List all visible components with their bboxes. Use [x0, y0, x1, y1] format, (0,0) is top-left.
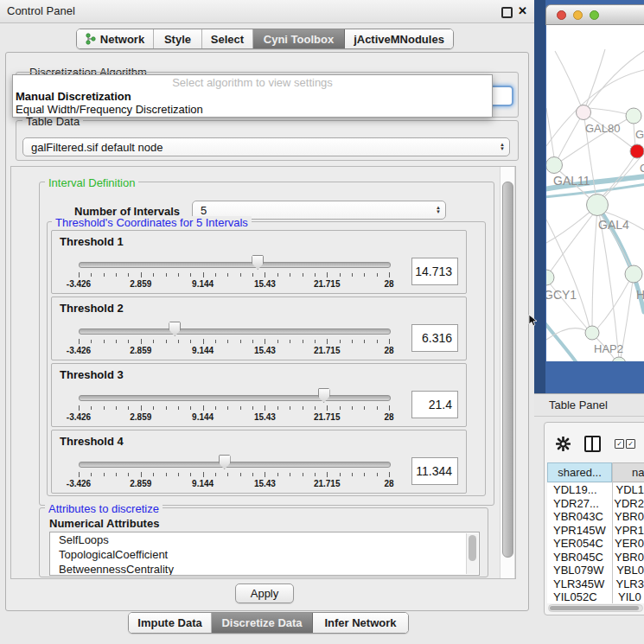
- table-cell-shared-name[interactable]: YDL19...: [547, 483, 609, 497]
- table-cell-name[interactable]: YDR2: [608, 497, 644, 511]
- slider-minor-tick: [104, 273, 105, 277]
- slider-major-tick: [327, 405, 328, 411]
- tab-label: Select: [211, 33, 244, 46]
- network-node-gcy1[interactable]: [546, 270, 554, 285]
- list-scrollbar-thumb[interactable]: [469, 535, 476, 561]
- tab-discretize-data[interactable]: Discretize Data: [212, 613, 313, 633]
- screen: Control Panel ✕ NetworkStyleSelectCyni T…: [0, 0, 644, 644]
- network-edge[interactable]: [557, 112, 583, 161]
- table-cell-shared-name[interactable]: YBR045C: [547, 551, 609, 564]
- threshold-box-2: Threshold 2-3.4262.8599.14415.4321.71528…: [51, 296, 467, 360]
- slider-minor-tick: [215, 273, 216, 277]
- table-cell-shared-name[interactable]: YER054C: [547, 537, 609, 551]
- list-item-selfloops[interactable]: SelfLoops: [50, 532, 479, 547]
- slider-minor-tick: [227, 340, 228, 343]
- network-edge[interactable]: [583, 49, 605, 112]
- table-cell-shared-name[interactable]: YLR345W: [547, 577, 609, 591]
- dropdown-item-manual-discretization[interactable]: Manual Discretization: [13, 90, 492, 103]
- table-header-name[interactable]: na: [613, 462, 644, 482]
- list-item-topologicalcoefficient[interactable]: TopologicalCoefficient: [50, 547, 479, 562]
- table-cell-name[interactable]: YDL1: [609, 483, 644, 497]
- table-hscrollbar-thumb[interactable]: [550, 606, 639, 610]
- table-cell-shared-name[interactable]: YDR27...: [547, 497, 608, 511]
- table-data-combobox[interactable]: galFiltered.sif default node ▲▼: [22, 137, 510, 156]
- float-window-icon[interactable]: [501, 7, 513, 18]
- tab-impute-data[interactable]: Impute Data: [129, 613, 212, 633]
- network-node-selected-red-node[interactable]: [630, 144, 644, 158]
- column-separator[interactable]: [612, 462, 613, 603]
- slider-track[interactable]: [79, 328, 391, 335]
- network-node-gal11[interactable]: [546, 157, 563, 174]
- table-cell-name[interactable]: YBR0: [609, 551, 644, 564]
- close-icon[interactable]: ✕: [518, 4, 527, 17]
- slider-minor-tick: [178, 406, 179, 410]
- table-cell-name[interactable]: YBL0: [610, 564, 644, 577]
- slider-track[interactable]: [79, 262, 391, 268]
- table-header-shared-name[interactable]: shared...: [547, 462, 612, 482]
- scrollpane-scrollbar-thumb[interactable]: [502, 182, 513, 558]
- tab-jactivemnodules[interactable]: jActiveMNodules: [345, 29, 453, 48]
- table-cell-name[interactable]: YER0: [609, 537, 644, 551]
- network-edge[interactable]: [546, 108, 554, 157]
- table-cell-shared-name[interactable]: YPR145W: [547, 524, 609, 538]
- gear-icon[interactable]: [556, 437, 571, 451]
- network-window-titlebar[interactable]: [545, 4, 644, 25]
- table-row[interactable]: YBR045CYBR0: [547, 551, 644, 564]
- network-edge[interactable]: [592, 210, 597, 328]
- network-node-gal80[interactable]: [577, 105, 591, 120]
- slider-track[interactable]: [79, 462, 391, 468]
- network-node-gal4[interactable]: [587, 194, 609, 216]
- dropdown-item-equal-width-frequency[interactable]: Equal Width/Frequency Discretization: [13, 103, 492, 116]
- table-cell-shared-name[interactable]: YBL079W: [547, 564, 610, 577]
- tab-select[interactable]: Select: [202, 29, 253, 48]
- numerical-attributes-list[interactable]: SelfLoopsTopologicalCoefficientBetweenne…: [49, 532, 480, 576]
- tab-infer-network[interactable]: Infer Network: [313, 613, 408, 633]
- table-cell-name[interactable]: YBR0: [609, 510, 644, 524]
- apply-button[interactable]: Apply: [235, 583, 294, 603]
- network-node-gal-top-right[interactable]: [626, 108, 641, 124]
- slider-tick-label: 28: [384, 479, 393, 488]
- threshold-value-field[interactable]: 11.344: [411, 457, 458, 485]
- threshold-value-field[interactable]: 6.316: [411, 324, 458, 352]
- network-edge[interactable]: [589, 108, 628, 114]
- zoom-traffic-light[interactable]: [590, 10, 599, 20]
- threshold-value-field[interactable]: 21.4: [411, 391, 458, 418]
- close-traffic-light[interactable]: [557, 10, 566, 20]
- table-cell-shared-name[interactable]: YBR043C: [547, 510, 609, 524]
- network-edge[interactable]: [555, 51, 583, 112]
- table-cell-name[interactable]: YLR3: [609, 577, 644, 591]
- table-row[interactable]: YPR145WYPR1: [547, 524, 644, 538]
- column-visibility-icon[interactable]: [584, 436, 601, 452]
- slider-tick-label: 2.859: [130, 412, 151, 422]
- network-view-canvas[interactable]: GAL80GACGAL11GAL4GCY1HHAP2: [546, 25, 644, 361]
- tab-cyni-toolbox[interactable]: Cyni Toolbox: [253, 29, 345, 48]
- slider-major-tick: [265, 272, 265, 277]
- table-cell-shared-name[interactable]: YIL052C: [547, 590, 612, 603]
- tab-style[interactable]: Style: [154, 29, 202, 48]
- minimize-traffic-light[interactable]: [573, 10, 583, 20]
- slider-minor-tick: [290, 406, 290, 410]
- table-row[interactable]: YIL052CYIL0: [547, 590, 644, 603]
- network-thick-edge[interactable]: [546, 321, 577, 361]
- table-hscrollbar-track[interactable]: [548, 604, 643, 612]
- table-row[interactable]: YER054CYER0: [547, 537, 644, 551]
- threshold-value-field[interactable]: 14.713: [411, 258, 458, 285]
- list-item-betweennesscentrality[interactable]: BetweennessCentrality: [50, 562, 479, 576]
- threshold-label: Threshold 4: [60, 435, 124, 448]
- network-node-h-node[interactable]: [625, 265, 642, 283]
- table-row[interactable]: YBR043CYBR0: [547, 510, 644, 524]
- list-scrollbar-track[interactable]: [466, 533, 478, 574]
- slider-track[interactable]: [79, 395, 391, 401]
- table-row[interactable]: YBL079WYBL0: [547, 564, 644, 577]
- table-row[interactable]: YDL19...YDL1: [547, 483, 644, 497]
- network-node-hap2[interactable]: [585, 326, 599, 340]
- tab-network[interactable]: Network: [77, 29, 154, 48]
- table-row[interactable]: YDR27...YDR2: [547, 497, 644, 511]
- table-cell-name[interactable]: YIL0: [612, 590, 641, 603]
- select-all-checkboxes-icon[interactable]: ✓ ✓: [615, 439, 635, 449]
- threshold-box-1: Threshold 1-3.4262.8599.14415.4321.71528…: [51, 230, 467, 294]
- dropdown-hint-item[interactable]: Select algorithm to view settings: [13, 76, 492, 90]
- table-cell-name[interactable]: YPR1: [609, 524, 644, 538]
- network-edge[interactable]: [546, 210, 592, 243]
- table-row[interactable]: YLR345WYLR3: [547, 577, 644, 591]
